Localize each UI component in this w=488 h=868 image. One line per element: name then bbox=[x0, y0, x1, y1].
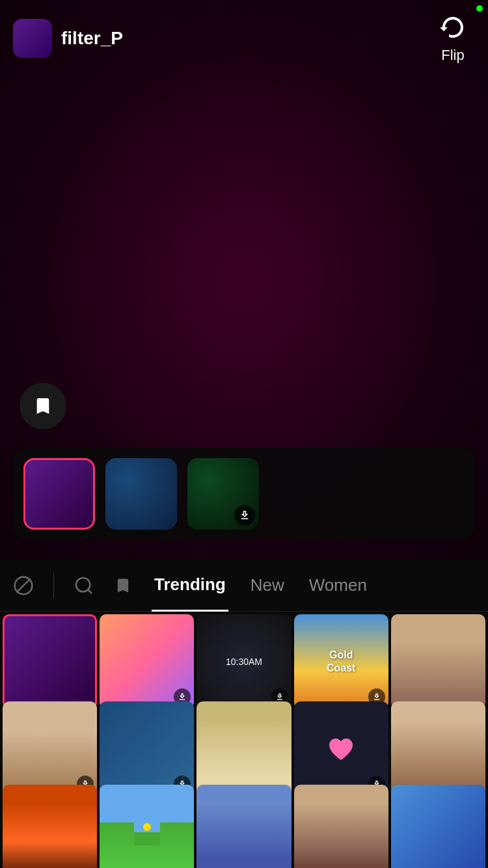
tab-women[interactable]: Women bbox=[306, 560, 370, 612]
filter-name: filter_P bbox=[61, 28, 123, 49]
grid-item-inner-redhead bbox=[3, 785, 97, 868]
filter-strip-item-green[interactable] bbox=[187, 458, 259, 530]
flip-button[interactable]: Flip bbox=[437, 13, 468, 64]
grid-item-face2[interactable] bbox=[3, 701, 97, 796]
grid-item-inner-face3 bbox=[391, 701, 485, 796]
no-filter-icon[interactable] bbox=[13, 575, 34, 596]
grid-item-water[interactable] bbox=[100, 701, 194, 796]
tab-new[interactable]: New bbox=[248, 560, 287, 612]
svg-point-2 bbox=[76, 578, 90, 591]
filter-strip-inner bbox=[13, 448, 475, 540]
camera-area: filter_P Flip bbox=[0, 0, 488, 560]
saved-tab-icon[interactable] bbox=[114, 575, 132, 596]
grid-item-face1[interactable] bbox=[391, 614, 485, 709]
tabs-bar: Trending New Women bbox=[0, 560, 488, 612]
clock-text: 10:30AM bbox=[226, 657, 262, 667]
grid-item-landscape[interactable] bbox=[100, 785, 194, 868]
svg-point-5 bbox=[143, 823, 151, 831]
grid-item-building[interactable] bbox=[197, 785, 291, 868]
grid-item-2[interactable] bbox=[100, 614, 194, 709]
bookmark-button[interactable] bbox=[20, 383, 66, 429]
svg-rect-3 bbox=[134, 832, 160, 845]
goldcoast-label: GoldCoast bbox=[327, 649, 355, 673]
filter-grid: 10:30AM GoldCoast bbox=[0, 612, 488, 868]
grid-item-inner-goldcoast: GoldCoast bbox=[294, 614, 388, 709]
grid-item-3[interactable]: 10:30AM bbox=[197, 614, 291, 709]
grid-item-inner-building bbox=[197, 785, 291, 868]
bottom-panel: Trending New Women 10:30AM bbox=[0, 560, 488, 868]
filter-strip bbox=[0, 448, 488, 540]
grid-item-inner-face2 bbox=[3, 701, 97, 796]
grid-item-inner-landscape bbox=[100, 785, 194, 868]
grid-item-inner-sunglass bbox=[391, 785, 485, 868]
grid-item-inner-2 bbox=[100, 614, 194, 709]
grid-item-inner-1 bbox=[5, 616, 95, 707]
flip-label: Flip bbox=[441, 47, 464, 64]
grid-item-inner-3: 10:30AM bbox=[197, 614, 291, 709]
top-bar: filter_P Flip bbox=[0, 0, 488, 64]
search-tab-icon[interactable] bbox=[74, 575, 94, 596]
grid-item-redhead[interactable] bbox=[3, 785, 97, 868]
download-badge-green bbox=[234, 505, 255, 526]
grid-item-sunglass[interactable] bbox=[391, 785, 485, 868]
grid-item-inner-bear bbox=[294, 785, 388, 868]
flip-icon bbox=[437, 13, 468, 44]
grid-item-inner-water bbox=[100, 701, 194, 796]
grid-item-1[interactable] bbox=[3, 614, 97, 709]
filter-strip-item-blue[interactable] bbox=[105, 458, 177, 530]
tab-trending[interactable]: Trending bbox=[152, 560, 228, 612]
grid-item-heart[interactable] bbox=[294, 701, 388, 796]
filter-strip-item-purple[interactable] bbox=[23, 458, 95, 530]
svg-line-1 bbox=[16, 578, 30, 592]
grid-item-inner-heart bbox=[294, 701, 388, 796]
grid-item-bear[interactable] bbox=[294, 785, 388, 868]
grid-item-goldcoast[interactable]: GoldCoast bbox=[294, 614, 388, 709]
grid-item-blonde[interactable] bbox=[197, 701, 291, 796]
tab-divider-1 bbox=[53, 573, 54, 599]
grid-item-face3[interactable] bbox=[391, 701, 485, 796]
filter-info: filter_P bbox=[13, 19, 123, 58]
grid-item-inner-blonde bbox=[197, 701, 291, 796]
grid-item-inner-face1 bbox=[391, 614, 485, 709]
filter-icon bbox=[13, 19, 52, 58]
